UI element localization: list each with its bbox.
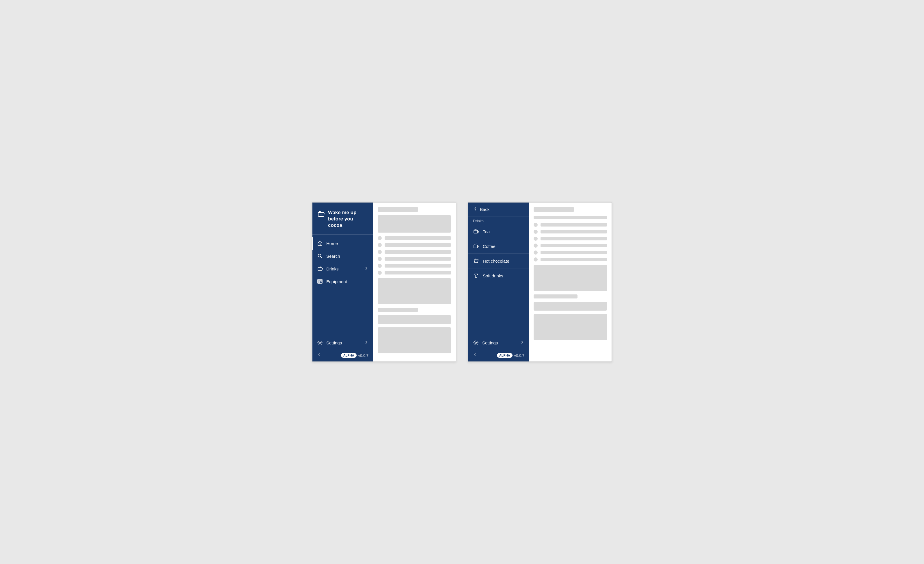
list-dot bbox=[378, 271, 382, 275]
version-info: ALPHA v0.0.7 bbox=[341, 353, 369, 358]
list-item bbox=[378, 264, 451, 268]
content2-header-bar bbox=[534, 207, 607, 219]
screen-1: Wake me up before you cocoa Home bbox=[312, 202, 456, 362]
equipment-label: Equipment bbox=[326, 279, 369, 284]
list-dot bbox=[378, 264, 382, 268]
back-label: Back bbox=[480, 207, 489, 212]
tea-icon bbox=[473, 228, 479, 235]
list-line bbox=[385, 250, 451, 254]
bottom-block-placeholder-2 bbox=[534, 314, 607, 340]
content-lower-block bbox=[378, 315, 451, 324]
list-dot bbox=[378, 257, 382, 261]
home-icon bbox=[317, 241, 323, 246]
sidebar-2: Back Drinks Tea bbox=[468, 203, 529, 361]
collapse-icon-2[interactable] bbox=[473, 353, 477, 358]
svg-rect-15 bbox=[474, 245, 478, 248]
settings-icon-2 bbox=[473, 340, 479, 346]
list-line bbox=[385, 236, 451, 240]
hot-chocolate-icon bbox=[473, 258, 479, 264]
sidebar-nav-1: Home Search bbox=[312, 235, 373, 290]
content-header-bar bbox=[378, 207, 451, 212]
list-line bbox=[540, 237, 607, 241]
settings-icon bbox=[317, 340, 323, 346]
search-icon bbox=[317, 253, 323, 259]
settings-chevron-icon-2 bbox=[520, 340, 524, 345]
content2-list bbox=[534, 223, 607, 262]
content-bottom-block bbox=[378, 327, 451, 353]
list-dot bbox=[378, 236, 382, 240]
svg-point-19 bbox=[475, 342, 477, 344]
back-button[interactable]: Back bbox=[468, 203, 529, 217]
content-short-bar bbox=[378, 308, 451, 312]
lower-block-placeholder-2 bbox=[534, 302, 607, 311]
bottom-block-placeholder bbox=[378, 327, 451, 353]
list-line bbox=[540, 258, 607, 261]
sidebar-1: Wake me up before you cocoa Home bbox=[312, 203, 373, 361]
drinks-item-soft-drinks[interactable]: Soft drinks bbox=[468, 268, 529, 283]
alpha-badge: ALPHA bbox=[341, 353, 357, 358]
settings-label: Settings bbox=[326, 340, 361, 345]
list-dot bbox=[534, 230, 538, 234]
alpha-badge-2: ALPHA bbox=[497, 353, 513, 358]
collapse-icon[interactable] bbox=[317, 353, 321, 358]
drinks-item-hot-chocolate[interactable]: Hot chocolate bbox=[468, 254, 529, 268]
list-item bbox=[534, 257, 607, 262]
list-dot bbox=[534, 223, 538, 227]
sidebar-item-home[interactable]: Home bbox=[312, 237, 373, 250]
mid-block-placeholder bbox=[378, 278, 451, 304]
sidebar-item-drinks[interactable]: Drinks bbox=[312, 262, 373, 275]
header-placeholder bbox=[378, 207, 418, 212]
list-line bbox=[540, 230, 607, 233]
content-list bbox=[378, 236, 451, 275]
short-bar-placeholder-2 bbox=[534, 295, 578, 298]
sidebar-footer-2: ALPHA v0.0.7 bbox=[468, 349, 529, 361]
list-line bbox=[385, 243, 451, 247]
drinks-chevron-icon bbox=[364, 266, 369, 271]
content2-bottom-block bbox=[534, 314, 607, 340]
version-text: v0.0.7 bbox=[358, 353, 369, 358]
list-line bbox=[385, 271, 451, 274]
list-line bbox=[385, 257, 451, 261]
settings-chevron-icon bbox=[364, 340, 369, 345]
sub-header-placeholder bbox=[534, 216, 607, 219]
svg-rect-0 bbox=[318, 212, 324, 217]
content2-lower-block bbox=[534, 302, 607, 311]
main-content-1 bbox=[373, 203, 456, 361]
coffee-icon bbox=[473, 243, 479, 249]
sidebar-2-settings[interactable]: Settings bbox=[468, 336, 529, 349]
short-bar-placeholder bbox=[378, 308, 418, 312]
screens-wrapper: Wake me up before you cocoa Home bbox=[294, 185, 630, 379]
sidebar-header-1: Wake me up before you cocoa bbox=[312, 203, 373, 235]
equipment-icon bbox=[317, 278, 323, 284]
drinks-item-tea[interactable]: Tea bbox=[468, 224, 529, 239]
list-item bbox=[534, 251, 607, 254]
list-item bbox=[378, 243, 451, 247]
soft-drinks-label: Soft drinks bbox=[483, 273, 503, 278]
list-line bbox=[540, 251, 607, 254]
header-placeholder-2 bbox=[534, 207, 574, 212]
hero-placeholder bbox=[378, 215, 451, 233]
svg-point-10 bbox=[320, 342, 321, 344]
sidebar-item-equipment[interactable]: Equipment bbox=[312, 275, 373, 288]
sidebar-item-settings[interactable]: Settings bbox=[312, 336, 373, 349]
hot-chocolate-label: Hot chocolate bbox=[483, 259, 509, 263]
lower-block-placeholder bbox=[378, 315, 451, 324]
content-hero-block bbox=[378, 215, 451, 233]
list-item bbox=[378, 250, 451, 254]
search-label: Search bbox=[326, 254, 369, 259]
drinks-item-coffee[interactable]: Coffee bbox=[468, 239, 529, 254]
list-dot bbox=[378, 243, 382, 247]
list-item bbox=[534, 244, 607, 248]
content2-mid-block bbox=[534, 265, 607, 291]
list-item bbox=[378, 257, 451, 261]
list-item bbox=[378, 271, 451, 275]
drinks-icon bbox=[317, 266, 323, 272]
list-dot bbox=[534, 257, 538, 262]
sidebar-item-search[interactable]: Search bbox=[312, 250, 373, 262]
list-line bbox=[385, 264, 451, 268]
list-line bbox=[540, 223, 607, 227]
screen-2: Back Drinks Tea bbox=[468, 202, 612, 362]
content-mid-block bbox=[378, 278, 451, 304]
soft-drinks-icon bbox=[473, 272, 479, 279]
app-title: Wake me up before you cocoa bbox=[328, 209, 369, 229]
